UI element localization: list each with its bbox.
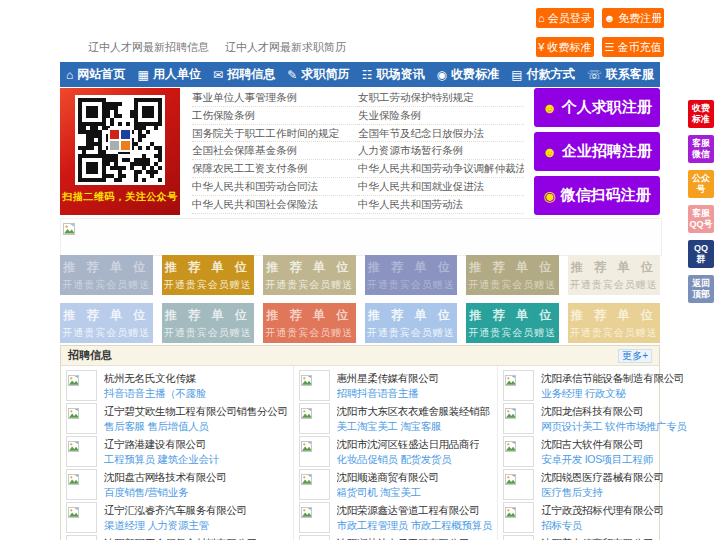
- sidebar-item-service-wechat[interactable]: 客服微信: [688, 135, 714, 163]
- promo-cell-subtitle: 开通贵宾会员赠送: [367, 278, 455, 292]
- broken-image-icon: [505, 507, 516, 518]
- promo-cell-6[interactable]: 推 荐 单 位开通贵宾会员赠送: [568, 255, 661, 295]
- promo-cell-9[interactable]: 推 荐 单 位开通贵宾会员赠送: [263, 303, 356, 343]
- header-link-1[interactable]: 辽中人才网最新招聘信息: [88, 41, 209, 53]
- job-position-link[interactable]: 招聘抖音语音主播: [337, 386, 439, 401]
- law-link-1[interactable]: 事业单位人事管理条例: [192, 89, 358, 107]
- law-link-11[interactable]: 中华人民共和国劳动合同法: [192, 178, 358, 196]
- job-listing: 沈阳新同正金属复合材料有限公司质检部长: [61, 534, 293, 540]
- register-button-2[interactable]: ☻企业招聘注册: [534, 132, 660, 171]
- job-company-link[interactable]: 沈阳顺递商贸有限公司: [337, 470, 439, 485]
- promo-cell-8[interactable]: 推 荐 单 位开通贵宾会员赠送: [162, 303, 255, 343]
- job-position-link[interactable]: 化妆品促销员 配货发货员: [337, 452, 480, 467]
- law-link-12[interactable]: 中华人民共和国就业促进法: [358, 178, 524, 196]
- promo-cell-3[interactable]: 推 荐 单 位开通贵宾会员赠送: [263, 255, 356, 295]
- sidebar-item-back-to-top[interactable]: 返回顶部: [688, 275, 714, 303]
- job-position-link[interactable]: 网页设计美工 软件市场推广专员: [541, 419, 686, 434]
- job-position-link[interactable]: 市政工程管理员 市政工程概预算员: [337, 518, 493, 533]
- promo-cell-title: 推 荐 单 位: [571, 259, 657, 276]
- topbar-button-4[interactable]: ☰金币充值: [602, 37, 665, 57]
- main-nav: ⌂网站首页▦用人单位✉招聘信息✎求职简历☷职场资讯◉收费标准▤付款方式☏联系客服: [60, 62, 660, 87]
- promo-cell-11[interactable]: 推 荐 单 位开通贵宾会员赠送: [466, 303, 559, 343]
- job-position-link[interactable]: 百度销售/营销业务: [104, 485, 226, 500]
- job-position-link[interactable]: 工程预算员 建筑企业会计: [104, 452, 219, 467]
- promo-cell-1[interactable]: 推 荐 单 位开通贵宾会员赠送: [60, 255, 153, 295]
- promo-cell-title: 推 荐 单 位: [63, 307, 149, 324]
- job-company-link[interactable]: 辽宁政茂招标代理有限公司: [541, 503, 663, 518]
- job-company-link[interactable]: 沈阳锐恩医疗器械有限公司: [541, 470, 663, 485]
- promo-cell-title: 推 荐 单 位: [469, 259, 555, 276]
- nav-item-6[interactable]: ◉收费标准: [437, 66, 499, 83]
- law-link-9[interactable]: 保障农民工工资支付条例: [192, 160, 358, 178]
- promo-cell-2[interactable]: 推 荐 单 位开通贵宾会员赠送: [162, 255, 255, 295]
- law-link-2[interactable]: 女职工劳动保护特别规定: [358, 89, 524, 107]
- law-link-8[interactable]: 人力资源市场暂行条例: [358, 142, 524, 160]
- job-position-link[interactable]: 医疗售后支持: [541, 485, 663, 500]
- job-position-link[interactable]: 招标专员: [541, 518, 663, 533]
- job-company-link[interactable]: 沈阳荣源鑫达管道工程有限公司: [337, 503, 493, 518]
- job-company-link[interactable]: 沈阳吉大软件有限公司: [541, 437, 653, 452]
- job-position-link[interactable]: 美工淘宝美工 淘宝客服: [337, 419, 490, 434]
- law-link-6[interactable]: 全国年节及纪念日放假办法: [358, 125, 524, 143]
- promo-cell-12[interactable]: 推 荐 单 位开通贵宾会员赠送: [568, 303, 661, 343]
- job-company-link[interactable]: 沈阳龙信科技有限公司: [541, 404, 686, 419]
- job-company-link[interactable]: 沈阳澜林达电子工程有限公司: [337, 536, 470, 540]
- job-company-link[interactable]: 沈阳普力德商贸有限公司: [541, 536, 653, 540]
- nav-item-3[interactable]: ✉招聘信息: [213, 66, 275, 83]
- job-company-link[interactable]: 沈阳盘古网络技术有限公司: [104, 470, 226, 485]
- jobs-section: 招聘信息 更多+ 杭州无名氏文化传媒抖音语音主播（不露脸辽宁碧艾欧生物工程有限公…: [60, 345, 660, 540]
- job-position-link[interactable]: 渠道经理 人力资源主管: [104, 518, 247, 533]
- topbar-button-2[interactable]: ☻免费注册: [602, 8, 665, 28]
- promo-cell-4[interactable]: 推 荐 单 位开通贵宾会员赠送: [365, 255, 458, 295]
- job-position-link[interactable]: 安卓开发 IOS项目工程师: [541, 452, 653, 467]
- promo-cell-10[interactable]: 推 荐 单 位开通贵宾会员赠送: [365, 303, 458, 343]
- header-link-2[interactable]: 辽中人才网最新求职简历: [225, 41, 346, 53]
- nav-item-1[interactable]: ⌂网站首页: [66, 66, 125, 83]
- job-listing: 沈阳吉大软件有限公司安卓开发 IOS项目工程师: [498, 435, 691, 468]
- register-button-3[interactable]: ◉微信扫码注册: [534, 176, 660, 215]
- law-link-7[interactable]: 全国社会保障基金条例: [192, 142, 358, 160]
- law-link-5[interactable]: 国务院关于职工工作时间的规定: [192, 125, 358, 143]
- job-text: 沈阳龙信科技有限公司网页设计美工 软件市场推广专员: [541, 404, 686, 434]
- job-company-link[interactable]: 沈阳新同正金属复合材料有限公司: [104, 536, 257, 540]
- law-link-13[interactable]: 中华人民共和国社会保险法: [192, 196, 358, 214]
- law-link-3[interactable]: 工伤保险条例: [192, 107, 358, 125]
- job-company-link[interactable]: 沈阳承信节能设备制造有限公司: [541, 371, 684, 386]
- topbar-button-3[interactable]: ¥收费标准: [536, 37, 594, 57]
- job-position-link[interactable]: 抖音语音主播（不露脸: [104, 386, 206, 401]
- promo-cell-7[interactable]: 推 荐 单 位开通贵宾会员赠送: [60, 303, 153, 343]
- nav-item-2[interactable]: ▦用人单位: [138, 66, 201, 83]
- sidebar-item-fee-standard[interactable]: 收费标准: [688, 100, 714, 128]
- jobs-more-link[interactable]: 更多+: [618, 349, 652, 363]
- nav-item-5[interactable]: ☷职场资讯: [362, 66, 425, 83]
- job-position-link[interactable]: 售后客服 售后增值人员: [104, 419, 288, 434]
- company-logo-placeholder: [503, 469, 534, 500]
- job-company-link[interactable]: 杭州无名氏文化传媒: [104, 371, 206, 386]
- news-icon: ☷: [362, 69, 373, 81]
- promo-cell-title: 推 荐 单 位: [165, 259, 251, 276]
- sidebar-item-official-account[interactable]: 公众号: [688, 170, 714, 198]
- nav-item-7[interactable]: ▤付款方式: [511, 66, 574, 83]
- job-company-link[interactable]: 惠州星柔传媒有限公司: [337, 371, 439, 386]
- job-text: 辽宁碧艾欧生物工程有限公司销售分公司售后客服 售后增值人员: [104, 404, 288, 434]
- job-text: 沈阳荣源鑫达管道工程有限公司市政工程管理员 市政工程概预算员: [337, 503, 493, 533]
- job-company-link[interactable]: 沈阳市大东区衣衣难舍服装经销部: [337, 404, 490, 419]
- topbar-button-1[interactable]: ⌂会员登录: [536, 8, 594, 28]
- sidebar-item-qq-group[interactable]: QQ群: [688, 240, 714, 268]
- job-company-link[interactable]: 辽宁路港建设有限公司: [104, 437, 219, 452]
- job-company-link[interactable]: 辽宁碧艾欧生物工程有限公司销售分公司: [104, 404, 288, 419]
- job-company-link[interactable]: 沈阳市沈河区钰盛达日用品商行: [337, 437, 480, 452]
- nav-item-4[interactable]: ✎求职简历: [287, 66, 349, 83]
- sidebar-item-service-qq[interactable]: 客服QQ号: [688, 205, 714, 233]
- job-listing: 沈阳盘古网络技术有限公司百度销售/营销业务: [61, 468, 293, 501]
- sidebar-item-line2: 群: [697, 254, 706, 265]
- job-position-link[interactable]: 业务经理 行政文秘: [541, 386, 684, 401]
- job-position-link[interactable]: 箱货司机 淘宝美工: [337, 485, 439, 500]
- law-link-10[interactable]: 中华人民共和国劳动争议调解仲裁法: [358, 160, 524, 178]
- law-link-14[interactable]: 中华人民共和国劳动法: [358, 196, 524, 214]
- law-link-4[interactable]: 失业保险条例: [358, 107, 524, 125]
- promo-cell-5[interactable]: 推 荐 单 位开通贵宾会员赠送: [466, 255, 559, 295]
- nav-item-8[interactable]: ☏联系客服: [587, 66, 654, 83]
- register-button-1[interactable]: ☻个人求职注册: [534, 88, 660, 127]
- job-company-link[interactable]: 辽宁汇泓睿齐汽车服务有限公司: [104, 503, 247, 518]
